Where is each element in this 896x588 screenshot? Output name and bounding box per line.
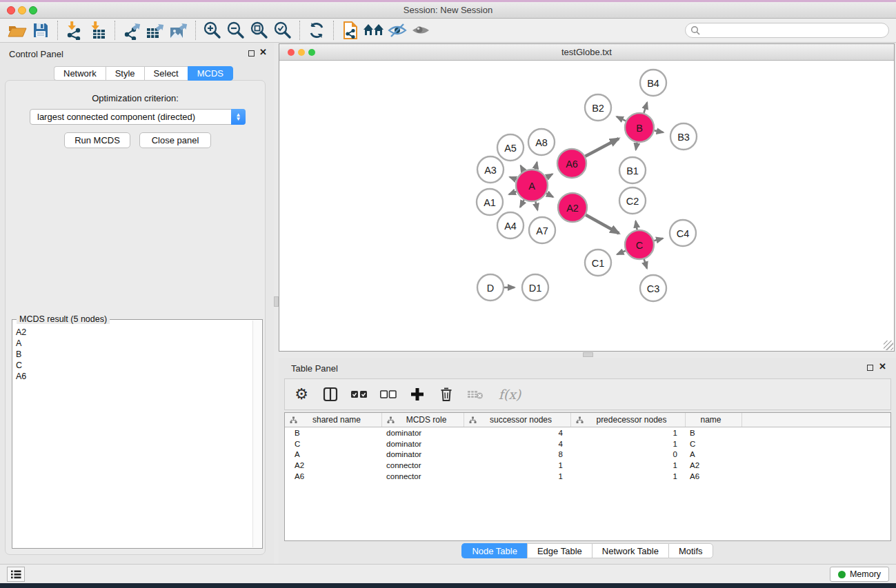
table-cell[interactable]: dominator (382, 450, 464, 458)
graph-edge-C-C2[interactable] (636, 221, 637, 230)
graph-node-A4[interactable]: A4 (497, 212, 524, 239)
mcds-result-list[interactable]: A2ABCA6 (13, 325, 252, 547)
home-icon[interactable] (362, 20, 386, 41)
graph-node-D[interactable]: D (477, 274, 504, 301)
import-table-icon[interactable] (86, 20, 110, 41)
new-network-from-selection-icon[interactable] (339, 20, 362, 41)
show-columns-icon[interactable] (321, 384, 340, 405)
table-cell[interactable]: connector (382, 461, 464, 469)
zoom-fit-icon[interactable] (248, 20, 271, 41)
graph-node-A2[interactable]: A2 (558, 193, 587, 222)
table-cell[interactable]: A6 (686, 472, 742, 480)
graph-node-B1[interactable]: B1 (619, 157, 646, 183)
tab-style[interactable]: Style (106, 66, 144, 81)
graph-edge-A-A4[interactable] (520, 200, 524, 207)
delete-column-trash-icon[interactable] (437, 384, 456, 405)
graph-node-C2[interactable]: C2 (619, 187, 646, 214)
table-settings-gear-icon[interactable]: ⚙ (292, 384, 311, 405)
memory-button[interactable]: Memory (830, 567, 889, 582)
graph-edge-A-A8[interactable] (535, 162, 537, 169)
graph-node-A1[interactable]: A1 (477, 189, 503, 215)
table-cell[interactable]: dominator (382, 440, 464, 448)
tab-select[interactable]: Select (144, 66, 188, 81)
table-panel-close-icon[interactable]: ✕ (879, 361, 886, 372)
table-cell[interactable]: B (285, 429, 382, 437)
table-cell[interactable]: 1 (571, 440, 686, 448)
graph-node-B2[interactable]: B2 (585, 94, 611, 121)
table-cell[interactable]: 4 (464, 440, 571, 448)
table-cell[interactable]: A (285, 450, 382, 458)
search-input[interactable] (701, 24, 888, 37)
graph-node-A5[interactable]: A5 (497, 134, 524, 161)
network-graph[interactable]: AA1A2A3A4A5A6A7A8BB1B2B3B4CC1C2C3C4DD1 (279, 61, 894, 351)
graph-node-C1[interactable]: C1 (585, 250, 611, 276)
zoom-out-icon[interactable] (224, 20, 248, 41)
apply-layout-icon[interactable] (305, 20, 328, 41)
column-header-MCDS-role[interactable]: MCDS role (382, 413, 464, 427)
graph-node-A7[interactable]: A7 (529, 217, 555, 243)
graph-node-D1[interactable]: D1 (522, 274, 548, 301)
graph-edge-B-B2[interactable] (617, 116, 626, 121)
show-all-eye-icon[interactable] (409, 20, 432, 41)
graph-edge-B-B3[interactable] (655, 130, 664, 132)
table-cell[interactable]: 1 (464, 461, 571, 469)
graph-edge-A-A1[interactable] (509, 192, 517, 194)
table-row[interactable]: A6connector11A6 (285, 471, 890, 482)
criterion-select[interactable]: largest connected component (directed) ▲… (30, 109, 246, 125)
open-file-icon[interactable] (6, 20, 29, 41)
graph-edge-A-A7[interactable] (535, 201, 537, 210)
table-row[interactable]: A2connector11A2 (285, 460, 890, 471)
export-network-icon[interactable] (120, 20, 143, 41)
column-header-successor-nodes[interactable]: successor nodes (464, 413, 571, 427)
table-panel-float-button[interactable] (867, 365, 873, 371)
table-cell[interactable]: C (285, 440, 382, 448)
graph-node-A3[interactable]: A3 (477, 156, 504, 183)
tab-network[interactable]: Network (54, 66, 106, 81)
mcds-result-item[interactable]: B (16, 349, 252, 360)
close-panel-button[interactable]: Close panel (139, 132, 211, 148)
column-header-name[interactable]: name (686, 413, 742, 427)
window-resize-grip[interactable] (884, 341, 893, 350)
hide-selected-eye-icon[interactable] (386, 20, 409, 41)
graph-node-B4[interactable]: B4 (640, 70, 666, 96)
table-row[interactable]: Adominator80A (285, 449, 890, 460)
table-cell[interactable]: B (686, 429, 742, 437)
graph-node-A6[interactable]: A6 (557, 149, 586, 178)
table-cell[interactable]: A2 (686, 461, 742, 469)
column-header-predecessor-nodes[interactable]: predecessor nodes (571, 413, 686, 427)
control-panel-close-icon[interactable]: ✕ (259, 47, 267, 57)
select-all-icon[interactable] (350, 384, 369, 405)
mcds-result-item[interactable]: A2 (16, 327, 252, 338)
mcds-result-item[interactable]: A6 (16, 371, 252, 382)
graph-edge-A2-C[interactable] (586, 215, 619, 234)
table-cell[interactable]: A2 (285, 461, 382, 469)
control-panel-float-button[interactable] (248, 50, 255, 57)
vertical-split-handle[interactable] (274, 296, 279, 307)
graph-node-A8[interactable]: A8 (528, 129, 555, 155)
graph-edge-B-B4[interactable] (644, 103, 647, 113)
graph-node-C4[interactable]: C4 (670, 220, 696, 246)
tab-motifs[interactable]: Motifs (668, 543, 713, 558)
table-cell[interactable]: C (686, 440, 742, 448)
network-canvas[interactable]: AA1A2A3A4A5A6A7A8BB1B2B3B4CC1C2C3C4DD1 (279, 61, 894, 351)
tab-mcds[interactable]: MCDS (188, 66, 233, 81)
save-session-icon[interactable] (29, 20, 52, 41)
mcds-result-item[interactable]: A (16, 338, 252, 349)
table-row[interactable]: Cdominator41C (285, 438, 890, 449)
table-cell[interactable]: 1 (571, 461, 686, 469)
graph-edge-C-C3[interactable] (644, 259, 647, 268)
table-row[interactable]: Bdominator41B (285, 427, 890, 438)
column-header-shared-name[interactable]: shared name (285, 413, 382, 427)
graph-edge-A-A6[interactable] (546, 174, 552, 177)
add-column-icon[interactable] (408, 384, 427, 405)
table-cell[interactable]: 4 (464, 429, 571, 437)
zoom-selected-icon[interactable] (271, 20, 295, 41)
graph-node-C3[interactable]: C3 (640, 275, 666, 301)
table-cell[interactable]: 1 (571, 472, 686, 480)
deselect-all-icon[interactable] (379, 384, 398, 405)
run-mcds-button[interactable]: Run MCDS (64, 132, 130, 148)
table-cell[interactable]: 1 (464, 472, 571, 480)
export-image-icon[interactable] (167, 20, 190, 41)
graph-edge-C-C4[interactable] (654, 239, 663, 241)
mcds-result-scrollbar[interactable] (252, 321, 261, 547)
